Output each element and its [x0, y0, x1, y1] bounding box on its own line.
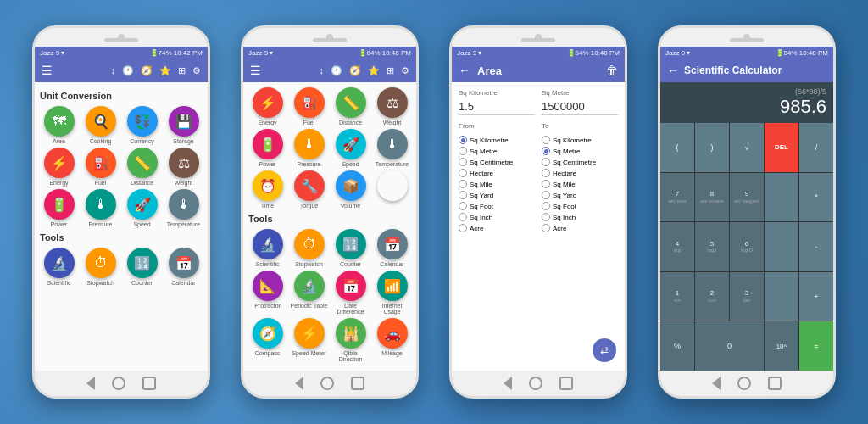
radio-item[interactable]: Sq Centimetre — [542, 158, 618, 166]
header-star-icon[interactable]: ⭐ — [159, 65, 171, 76]
list-item[interactable]: 🔬 Periodic Table — [290, 271, 328, 315]
radio-hectare-to[interactable] — [542, 169, 550, 177]
back-btn-2[interactable] — [295, 377, 303, 390]
header-history-icon[interactable]: 🕐 — [122, 65, 134, 76]
radio-sqinch-from[interactable] — [459, 213, 467, 221]
list-item[interactable]: 💾 Storage — [164, 106, 203, 144]
list-item[interactable]: 💱 Currency — [123, 106, 161, 144]
radio-item[interactable]: Hectare — [459, 169, 535, 177]
btn-close-paren[interactable]: ) — [695, 123, 729, 172]
home-btn-2[interactable] — [320, 377, 334, 390]
list-item[interactable]: 🔋 Power — [248, 129, 287, 167]
h2-compass-icon[interactable]: 🧭 — [349, 65, 361, 76]
btn-4[interactable]: 4log — [660, 222, 694, 271]
home-btn-3[interactable] — [529, 377, 542, 390]
list-item[interactable]: ⚖ Weight — [373, 87, 411, 126]
radio-sqmile-from[interactable] — [459, 180, 467, 188]
recent-btn-3[interactable] — [559, 377, 573, 390]
radio-sqcm-from[interactable] — [459, 158, 467, 166]
btn-8[interactable]: 8arc cosine — [695, 173, 729, 222]
calc-back-arrow[interactable]: ← — [667, 64, 679, 77]
back-btn[interactable] — [86, 377, 95, 390]
back-arrow[interactable]: ← — [459, 64, 470, 77]
radio-acre-to[interactable] — [542, 224, 550, 232]
radio-sqfoot-from[interactable] — [459, 202, 467, 210]
recent-btn[interactable] — [142, 377, 156, 390]
header-settings-icon[interactable]: ⚙ — [192, 65, 201, 76]
list-item[interactable]: 🔧 Torque — [290, 170, 328, 209]
list-item[interactable]: ⛽ Fuel — [290, 87, 328, 126]
btn-multiply[interactable]: * — [799, 173, 833, 222]
radio-item[interactable]: Sq Mile — [459, 180, 535, 188]
recent-btn-2[interactable] — [351, 377, 364, 390]
list-item[interactable]: 📅 Calendar — [373, 229, 411, 267]
btn-plus[interactable]: + — [799, 272, 833, 321]
btn-10pow[interactable]: 10^ — [765, 321, 798, 371]
h2-star-icon[interactable]: ⭐ — [368, 65, 380, 76]
btn-6[interactable]: 6log D — [730, 222, 764, 271]
menu-icon[interactable]: ☰ — [42, 64, 53, 77]
delete-icon[interactable]: 🗑 — [606, 64, 618, 77]
back-btn-3[interactable] — [504, 377, 512, 390]
radio-sqmile-to[interactable] — [542, 180, 550, 188]
list-item[interactable]: ⏰ Time — [248, 170, 287, 209]
btn-1[interactable]: 1sin — [660, 272, 694, 321]
radio-item[interactable]: Sq Kilometre — [459, 136, 535, 144]
list-item[interactable]: ⚡ Speed Meter — [290, 318, 328, 362]
btn-2[interactable]: 2cos — [695, 272, 729, 321]
list-item[interactable]: 🔢 Counter — [331, 229, 370, 267]
radio-sqinch-to[interactable] — [542, 213, 550, 221]
radio-item[interactable]: Sq Inch — [542, 213, 618, 221]
list-item[interactable]: 🔋 Power — [40, 189, 78, 227]
header-compass-icon[interactable]: 🧭 — [141, 65, 153, 76]
radio-sqyard-from[interactable] — [459, 191, 467, 199]
radio-sqyard-to[interactable] — [542, 191, 550, 199]
btn-minus[interactable]: - — [799, 222, 833, 271]
menu-icon-2[interactable]: ☰ — [250, 64, 261, 77]
radio-sqm-from[interactable] — [459, 147, 467, 155]
recent-btn-4[interactable] — [768, 377, 782, 390]
radio-item[interactable]: Sq Mile — [542, 180, 618, 188]
btn-op-blank1[interactable] — [765, 173, 798, 222]
back-btn-4[interactable] — [712, 377, 721, 390]
radio-item[interactable]: Sq Inch — [459, 213, 535, 221]
btn-sqrt[interactable]: √ — [730, 123, 764, 172]
radio-item[interactable]: Sq Foot — [542, 202, 618, 210]
btn-op-blank3[interactable] — [765, 272, 798, 321]
radio-item[interactable]: Sq Kilometre — [542, 136, 618, 144]
radio-item[interactable]: Hectare — [542, 169, 618, 177]
list-item[interactable]: 📅 Date Difference — [331, 271, 370, 315]
list-item[interactable]: 🔢 Counter — [123, 248, 161, 286]
list-item[interactable]: 📏 Distance — [123, 148, 161, 186]
btn-7[interactable]: 7arc sine — [660, 173, 694, 222]
btn-0[interactable]: 0 — [695, 321, 764, 371]
list-item[interactable]: 🚗 Mileage — [373, 318, 411, 362]
radio-sqcm-to[interactable] — [542, 158, 550, 166]
list-item[interactable]: 📅 Calendar — [164, 248, 203, 286]
list-item[interactable]: 🍳 Cooking — [81, 106, 120, 144]
btn-3[interactable]: 3tan — [730, 272, 764, 321]
btn-del[interactable]: DEL — [765, 123, 798, 172]
home-btn[interactable] — [112, 377, 125, 390]
btn-op-blank2[interactable] — [765, 222, 798, 271]
header-sort-icon[interactable]: ↕ — [111, 65, 116, 75]
list-item[interactable]: ⚡ Energy — [40, 148, 78, 186]
radio-sqm-to[interactable] — [542, 147, 550, 155]
list-item[interactable]: 📶 Internet Usage — [373, 271, 411, 315]
list-item[interactable]: 📐 Protractor — [248, 271, 287, 315]
list-item[interactable]: 🌡 Temperature — [164, 189, 203, 227]
btn-open-paren[interactable]: ( — [660, 123, 694, 172]
home-btn-4[interactable] — [737, 377, 751, 390]
btn-divide[interactable]: / — [799, 123, 833, 172]
radio-item[interactable]: Acre — [542, 224, 618, 232]
btn-9[interactable]: 9arc tangent — [730, 173, 764, 222]
radio-item[interactable]: Sq Foot — [459, 202, 535, 210]
list-item[interactable]: 🔬 Scientific — [40, 248, 78, 286]
list-item[interactable]: 🌡 Temperature — [373, 129, 411, 167]
list-item[interactable]: ⛽ Fuel — [81, 148, 120, 186]
btn-equals[interactable]: = — [799, 321, 833, 371]
h2-grid-icon[interactable]: ⊞ — [387, 65, 394, 76]
list-item[interactable]: 🗺 Area — [40, 106, 78, 144]
radio-acre-from[interactable] — [459, 224, 467, 232]
radio-hectare-from[interactable] — [459, 169, 467, 177]
